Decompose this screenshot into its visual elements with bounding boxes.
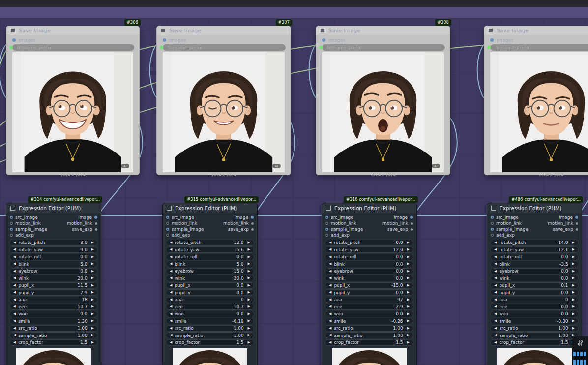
increment-arrow-icon[interactable]: ▶ [572, 312, 575, 316]
increment-arrow-icon[interactable]: ▶ [91, 241, 94, 244]
decrement-arrow-icon[interactable]: ◀ [170, 312, 172, 316]
widget-crop_factor[interactable]: ◀ crop_factor 1.5 ▶ [325, 339, 413, 346]
decrement-arrow-icon[interactable]: ◀ [170, 298, 172, 302]
widget-src_ratio[interactable]: ◀ src_ratio 1.00 ▶ [325, 325, 413, 332]
panel-toggle-button[interactable] [572, 336, 588, 350]
graph-minimap[interactable] [572, 350, 588, 365]
increment-arrow-icon[interactable]: ▶ [572, 327, 575, 330]
widget-eyebrow[interactable]: ◀ eyebrow 0.0 ▶ [9, 268, 98, 274]
images-input-slot[interactable]: images [316, 35, 450, 43]
decrement-arrow-icon[interactable]: ◀ [13, 248, 16, 251]
filename-prefix-widget[interactable]: filename_prefix [163, 44, 286, 51]
collapse-box-icon[interactable] [491, 206, 496, 211]
decrement-arrow-icon[interactable]: ◀ [494, 255, 497, 259]
increment-arrow-icon[interactable]: ▶ [248, 341, 250, 344]
widget-woo[interactable]: ◀ woo 0.0 ▶ [9, 311, 98, 317]
increment-arrow-icon[interactable]: ▶ [407, 270, 410, 273]
output-dot-icon[interactable] [410, 216, 413, 219]
increment-arrow-icon[interactable]: ▶ [248, 262, 250, 266]
input-dot-icon[interactable] [325, 228, 328, 231]
node-title-bar[interactable]: Save Image [316, 26, 450, 35]
increment-arrow-icon[interactable]: ▶ [407, 255, 410, 259]
widget-wink[interactable]: ◀ wink 20.0 ▶ [166, 275, 254, 281]
output-slot-image[interactable]: image [394, 215, 413, 220]
decrement-arrow-icon[interactable]: ◀ [170, 341, 172, 344]
decrement-arrow-icon[interactable]: ◀ [13, 327, 16, 330]
decrement-arrow-icon[interactable]: ◀ [170, 276, 172, 280]
increment-arrow-icon[interactable]: ▶ [407, 262, 410, 266]
widget-wink[interactable]: ◀ wink 0.0 ▶ [490, 275, 579, 281]
increment-arrow-icon[interactable]: ▶ [248, 255, 250, 259]
input-slot-add_exp[interactable]: add_exp [325, 233, 350, 238]
output-dot-icon[interactable] [411, 228, 413, 231]
increment-arrow-icon[interactable]: ▶ [407, 327, 410, 330]
increment-arrow-icon[interactable]: ▶ [91, 284, 94, 287]
increment-arrow-icon[interactable]: ▶ [407, 241, 410, 244]
images-input-slot[interactable]: images [157, 35, 291, 43]
input-slot-add_exp[interactable]: add_exp [10, 233, 34, 238]
increment-arrow-icon[interactable]: ▶ [248, 284, 250, 287]
widget-rotate_roll[interactable]: ◀ rotate_roll 0.0 ▶ [490, 254, 579, 260]
save-image-node[interactable]: #308 Save Image images filename_prefix [316, 26, 450, 175]
increment-arrow-icon[interactable]: ▶ [91, 255, 94, 259]
increment-arrow-icon[interactable]: ▶ [572, 276, 575, 280]
widget-src_ratio[interactable]: ◀ src_ratio 1.00 ▶ [9, 325, 98, 332]
widget-pupil_x[interactable]: ◀ pupil_x 0.0 ▶ [166, 282, 254, 289]
output-slot-image[interactable]: image [559, 215, 578, 220]
widget-sample_ratio[interactable]: ◀ sample_ratio 1.00 ▶ [166, 332, 254, 338]
collapse-box-icon[interactable] [11, 29, 15, 32]
output-dot-icon[interactable] [251, 216, 254, 219]
output-slot-save_exp[interactable]: save_exp [387, 227, 413, 232]
widget-eyebrow[interactable]: ◀ eyebrow 15.0 ▶ [166, 268, 254, 274]
increment-arrow-icon[interactable]: ▶ [407, 284, 410, 287]
increment-arrow-icon[interactable]: ▶ [572, 291, 575, 294]
increment-arrow-icon[interactable]: ▶ [407, 276, 410, 280]
widget-rotate_roll[interactable]: ◀ rotate_roll 0.0 ▶ [9, 254, 98, 260]
widget-pupil_y[interactable]: ◀ pupil_y 0.0 ▶ [490, 289, 579, 296]
input-dot-icon[interactable] [12, 38, 16, 42]
widget-eee[interactable]: ◀ eee -2.9 ▶ [325, 304, 413, 310]
expression-editor-node[interactable]: #314 comfyui-advancedlivepor... Expressi… [6, 203, 101, 365]
output-dot-icon[interactable] [576, 228, 578, 231]
decrement-arrow-icon[interactable]: ◀ [494, 276, 497, 280]
output-dot-icon[interactable] [251, 228, 254, 231]
widget-src_ratio[interactable]: ◀ src_ratio 1.00 ▶ [490, 325, 579, 332]
input-slot-motion_link[interactable]: motion_link [491, 221, 522, 226]
decrement-arrow-icon[interactable]: ◀ [494, 248, 497, 251]
decrement-arrow-icon[interactable]: ◀ [494, 327, 497, 330]
widget-input-dot-icon[interactable] [9, 46, 13, 49]
increment-arrow-icon[interactable]: ▶ [572, 262, 575, 266]
decrement-arrow-icon[interactable]: ◀ [13, 341, 16, 344]
increment-arrow-icon[interactable]: ▶ [248, 248, 250, 251]
decrement-arrow-icon[interactable]: ◀ [494, 262, 497, 266]
output-dot-icon[interactable] [95, 228, 97, 231]
decrement-arrow-icon[interactable]: ◀ [170, 270, 172, 273]
widget-blink[interactable]: ◀ blink 5.0 ▶ [166, 261, 254, 267]
input-dot-icon[interactable] [325, 234, 328, 237]
input-slot-sample_image[interactable]: sample_image [491, 227, 528, 232]
increment-arrow-icon[interactable]: ▶ [91, 305, 94, 308]
increment-arrow-icon[interactable]: ▶ [248, 327, 250, 330]
input-slot-motion_link[interactable]: motion_link [10, 221, 41, 226]
widget-pupil_y[interactable]: ◀ pupil_y 0.0 ▶ [166, 289, 254, 296]
decrement-arrow-icon[interactable]: ◀ [13, 255, 16, 259]
expression-editor-node[interactable]: #486 comfyui-advancedlivepor... Expressi… [487, 203, 582, 365]
increment-arrow-icon[interactable]: ▶ [91, 334, 94, 337]
widget-crop_factor[interactable]: ◀ crop_factor 1.5 ▶ [490, 339, 579, 346]
increment-arrow-icon[interactable]: ▶ [248, 312, 250, 316]
decrement-arrow-icon[interactable]: ◀ [170, 334, 172, 337]
widget-smile[interactable]: ◀ smile -0.26 ▶ [325, 318, 413, 324]
decrement-arrow-icon[interactable]: ◀ [170, 255, 172, 259]
widget-smile[interactable]: ◀ smile -0.30 ▶ [490, 318, 579, 324]
decrement-arrow-icon[interactable]: ◀ [13, 284, 16, 287]
input-slot-sample_image[interactable]: sample_image [10, 227, 47, 232]
collapse-box-icon[interactable] [489, 29, 493, 32]
widget-eee[interactable]: ◀ eee 10.7 ▶ [9, 304, 98, 310]
increment-arrow-icon[interactable]: ▶ [407, 341, 410, 344]
increment-arrow-icon[interactable]: ▶ [91, 270, 94, 273]
widget-pupil_x[interactable]: ◀ pupil_x 11.5 ▶ [9, 282, 98, 289]
input-slot-sample_image[interactable]: sample_image [166, 227, 204, 232]
input-dot-icon[interactable] [10, 234, 13, 237]
widget-rotate_yaw[interactable]: ◀ rotate_yaw -5.6 ▶ [166, 246, 254, 253]
increment-arrow-icon[interactable]: ▶ [572, 319, 575, 323]
